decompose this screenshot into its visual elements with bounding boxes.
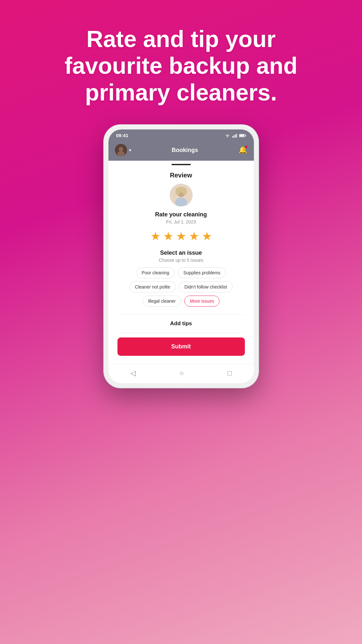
svg-rect-2 <box>235 135 235 138</box>
star-3[interactable]: ★ <box>176 230 186 243</box>
status-bar: 09:41 <box>108 129 254 141</box>
main-content: Review Rate your cleaning Fri, Jul 1, 20… <box>108 167 254 364</box>
issue-chip-cleaner-not-polite[interactable]: Cleaner not polite <box>129 281 176 292</box>
phone-mockup: 09:41 <box>104 125 258 388</box>
cleaner-avatar <box>170 184 193 207</box>
star-1[interactable]: ★ <box>150 230 161 243</box>
issue-chip-illegal-cleaner[interactable]: Illegal cleaner <box>143 296 181 307</box>
notification-dot <box>245 145 248 148</box>
svg-rect-1 <box>233 135 234 137</box>
cleaner-avatar-svg <box>170 184 192 207</box>
svg-point-15 <box>182 188 187 195</box>
back-nav-icon[interactable]: ◁ <box>130 369 136 377</box>
issue-chip-didnt-follow-checklist[interactable]: Didn't follow checklist <box>179 281 233 292</box>
star-5[interactable]: ★ <box>202 230 212 243</box>
chevron-down-icon[interactable]: ▾ <box>129 147 131 153</box>
headline: Rate and tip your favourite backup and p… <box>39 0 323 125</box>
recents-nav-icon[interactable]: □ <box>227 369 232 377</box>
rate-date: Fri, Jul 1, 2023 <box>166 219 196 224</box>
issues-grid: Poor cleaning Supplies problems Cleaner … <box>117 267 245 307</box>
svg-point-14 <box>175 188 180 195</box>
select-issue-title: Select an issue <box>160 250 202 256</box>
status-time: 09:41 <box>116 133 128 138</box>
review-title: Review <box>170 172 192 179</box>
svg-rect-6 <box>245 135 246 136</box>
app-header: ▾ Bookings 🔔 <box>108 141 254 161</box>
svg-rect-3 <box>236 134 237 137</box>
svg-rect-5 <box>239 135 244 137</box>
issue-chip-more-issues[interactable]: More issues <box>184 296 219 307</box>
select-issue-subtitle: Choose up to 5 issues <box>159 258 203 263</box>
svg-point-8 <box>119 147 123 151</box>
issue-chip-poor-cleaning[interactable]: Poor cleaning <box>136 267 175 278</box>
header-left: ▾ <box>115 144 131 156</box>
star-rating[interactable]: ★ ★ ★ ★ ★ <box>150 230 212 243</box>
issue-chip-supplies-problems[interactable]: Supplies problems <box>178 267 226 278</box>
svg-rect-0 <box>232 136 233 137</box>
rate-label: Rate your cleaning <box>155 211 207 218</box>
header-title: Bookings <box>172 147 198 154</box>
scroll-handle <box>172 164 191 165</box>
svg-point-9 <box>117 151 125 156</box>
star-2[interactable]: ★ <box>163 230 173 243</box>
nav-bar: ◁ ○ □ <box>108 364 254 383</box>
add-tips-button[interactable]: Add tips <box>117 315 245 333</box>
home-nav-icon[interactable]: ○ <box>180 369 184 377</box>
signal-icon <box>232 133 237 138</box>
notification-bell-button[interactable]: 🔔 <box>238 146 247 154</box>
user-avatar[interactable] <box>115 144 127 156</box>
status-icons <box>225 133 246 138</box>
battery-icon <box>239 133 246 138</box>
submit-button[interactable]: Submit <box>117 337 245 356</box>
wifi-icon <box>225 133 230 138</box>
phone-screen: 09:41 <box>108 129 254 383</box>
star-4[interactable]: ★ <box>189 230 199 243</box>
